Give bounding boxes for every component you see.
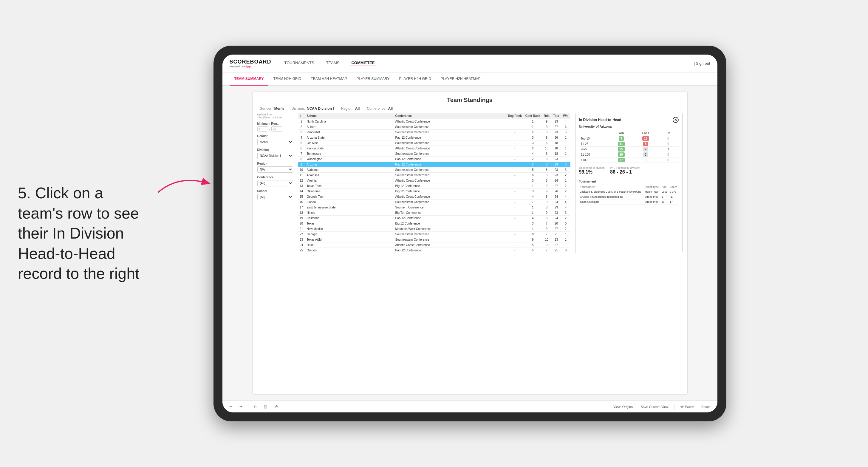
filter-region: Region: All xyxy=(341,106,360,111)
cell-conf-rank: 4 xyxy=(524,194,542,199)
cell-school: Tennessee xyxy=(305,151,394,157)
table-row[interactable]: 20 Texas Big 12 Conference - 3 7 20 0 xyxy=(298,221,570,226)
table-row[interactable]: 18 Illinois Big Ten Conference - 1 9 23 … xyxy=(298,210,570,216)
view-original-button[interactable]: View: Original xyxy=(611,404,636,410)
cell-win: 1 xyxy=(561,151,570,157)
min-rounds-input-1[interactable] xyxy=(257,126,268,131)
table-row[interactable]: 13 Texas Tech Big 12 Conference - 1 9 27… xyxy=(298,183,570,189)
table-row[interactable]: 10 Alabama Southeastern Conference - 5 8… xyxy=(298,167,570,173)
h2h-win-cell: 20 xyxy=(609,152,633,157)
table-row[interactable]: 8 Washington Pac-12 Conference - 2 8 23 … xyxy=(298,157,570,162)
cell-school: Georgia xyxy=(305,232,394,237)
cell-rank: 16 xyxy=(298,199,305,205)
sub-nav-player-summary[interactable]: PLAYER SUMMARY xyxy=(352,72,395,86)
table-row[interactable]: 11 Arkansas Southeastern Conference - 6 … xyxy=(298,173,570,178)
cell-reg-rank: - xyxy=(506,216,524,221)
nav-teams[interactable]: TEAMS xyxy=(325,61,341,66)
conference-select[interactable]: (All) xyxy=(257,180,293,186)
sub-nav-team-summary[interactable]: TEAM SUMMARY xyxy=(229,72,269,86)
cell-rank: 7 xyxy=(298,151,305,157)
region-select[interactable]: N/A xyxy=(257,166,293,173)
table-row[interactable]: 15 Georgia Tech Atlantic Coast Conferenc… xyxy=(298,194,570,199)
table-row[interactable]: 3 Vanderbilt Southeastern Conference - 2… xyxy=(298,130,570,135)
min-rounds-input-2[interactable] xyxy=(271,126,282,131)
table-row[interactable]: 19 California Pac-12 Conference - 4 8 24… xyxy=(298,216,570,221)
table-row[interactable]: 14 Oklahoma Big 12 Conference - 3 9 26 2 xyxy=(298,189,570,194)
tournament-pos: Loss xyxy=(660,189,669,194)
watch-button[interactable]: 👁 Watch xyxy=(678,404,696,410)
nav-tournaments[interactable]: TOURNAMENTS xyxy=(283,61,315,66)
cell-reg-rank: - xyxy=(506,124,524,130)
save-custom-view-button[interactable]: Save Custom View xyxy=(639,404,671,410)
logo-sub: Powered by clippd xyxy=(229,65,271,68)
table-row[interactable]: 4 Arizona State Pac-12 Conference - 3 9 … xyxy=(298,135,570,141)
cell-reg-rank: - xyxy=(506,226,524,232)
cell-school: North Carolina xyxy=(305,119,394,124)
cell-conf-rank: 1 xyxy=(524,119,542,124)
table-row[interactable]: 25 Oregon Pac-12 Conference - 5 7 21 0 xyxy=(298,248,570,253)
cell-conf-rank: 3 xyxy=(524,221,542,226)
cell-rds: 9 xyxy=(542,119,551,124)
cell-rds: 8 xyxy=(542,194,551,199)
school-select[interactable]: (All) xyxy=(257,194,293,200)
table-row[interactable]: 16 Florida Southeastern Conference - 7 9… xyxy=(298,199,570,205)
h2h-tournament-table: Tournament Event Type Pos Score Jackson … xyxy=(579,185,679,205)
table-row[interactable]: 21 New Mexico Mountain West Conference -… xyxy=(298,226,570,232)
sidebar-filters: Update time: 27/03/2024 15:56:26 Minimum… xyxy=(257,113,293,253)
h2h-close-button[interactable]: ✕ xyxy=(673,117,679,123)
table-row[interactable]: 17 East Tennessee State Southern Confere… xyxy=(298,205,570,210)
cell-rank: 1 xyxy=(298,119,305,124)
table-row[interactable]: 12 Virginia Atlantic Coast Conference - … xyxy=(298,178,570,183)
cell-tour: 24 xyxy=(551,216,561,221)
copy-button[interactable]: ⎘ xyxy=(252,404,259,410)
cell-rds: 8 xyxy=(542,130,551,135)
sub-nav-team-h2h-heatmap[interactable]: TEAM H2H HEATMAP xyxy=(306,72,351,86)
cell-win: 1 xyxy=(561,232,570,237)
cell-conf-rank: 9 xyxy=(524,237,542,243)
cell-conference: Pac-12 Conference xyxy=(394,162,506,167)
sub-nav: TEAM SUMMARY TEAM H2H GRID TEAM H2H HEAT… xyxy=(222,72,717,86)
cell-tour: 24 xyxy=(551,199,561,205)
h2h-range-label: 26-50 xyxy=(579,147,609,152)
table-row[interactable]: 22 Georgia Southeastern Conference - 8 7… xyxy=(298,232,570,237)
sign-out-link[interactable]: Sign out xyxy=(696,61,710,66)
filter-conference: Conference: All xyxy=(367,106,393,111)
paste-button[interactable]: 📋 xyxy=(261,403,270,410)
sub-nav-player-h2h-grid[interactable]: PLAYER H2H GRID xyxy=(394,72,436,86)
cell-conf-rank: 3 xyxy=(524,178,542,183)
cell-conference: Atlantic Coast Conference xyxy=(394,119,506,124)
nav-committee[interactable]: COMMITTEE xyxy=(350,61,376,66)
table-row[interactable]: 9 Arizona Pac-12 Conference - 5 8 23 3 xyxy=(298,162,570,167)
cell-reg-rank: - xyxy=(506,189,524,194)
sub-nav-team-h2h-grid[interactable]: TEAM H2H GRID xyxy=(268,72,306,86)
table-row[interactable]: 1 North Carolina Atlantic Coast Conferen… xyxy=(298,119,570,124)
standings-table-area: # School Conference Reg Rank Conf Rank R… xyxy=(298,113,570,253)
table-row[interactable]: 7 Tennessee Southeastern Conference - 4 … xyxy=(298,151,570,157)
table-row[interactable]: 23 Texas A&M Southeastern Conference - 9… xyxy=(298,237,570,243)
timer-button[interactable]: ⏱ xyxy=(273,404,281,410)
table-row[interactable]: 5 Ole Miss Southeastern Conference - 3 6… xyxy=(298,141,570,146)
table-row[interactable]: 2 Auburn Southeastern Conference - 1 9 2… xyxy=(298,124,570,130)
tournament-event-type: Match Play xyxy=(644,189,660,194)
table-row[interactable]: 24 Duke Atlantic Coast Conference - 5 9 … xyxy=(298,243,570,248)
cell-conference: Southeastern Conference xyxy=(394,199,506,205)
cell-conference: Mountain West Conference xyxy=(394,226,506,232)
update-time: Update time: 27/03/2024 15:56:26 xyxy=(257,113,293,119)
cell-rank: 15 xyxy=(298,194,305,199)
cell-school: Texas A&M xyxy=(305,237,394,243)
share-button[interactable]: Share xyxy=(699,404,712,410)
cell-tour: 27 xyxy=(551,226,561,232)
card-title: Team Standings xyxy=(447,97,493,103)
gender-select[interactable]: Men's xyxy=(257,139,293,145)
h2h-tournament-row: Arizona Thunderbirds Intercollegiate Str… xyxy=(579,194,679,199)
col-reg-rank: Reg Rank xyxy=(506,113,524,119)
table-row[interactable]: 6 Florida State Atlantic Coast Conferenc… xyxy=(298,146,570,151)
division-select[interactable]: NCAA Division I xyxy=(257,153,293,159)
redo-button[interactable]: ↪ xyxy=(237,403,245,410)
gender-filter: Gender Men's xyxy=(257,134,293,145)
h2h-tie-cell: 0 xyxy=(658,157,678,163)
undo-button[interactable]: ↩ xyxy=(227,403,235,410)
cell-rds: 8 xyxy=(542,162,551,167)
col-rds: Rds xyxy=(542,113,551,119)
sub-nav-player-h2h-heatmap[interactable]: PLAYER H2H HEATMAP xyxy=(436,72,486,86)
